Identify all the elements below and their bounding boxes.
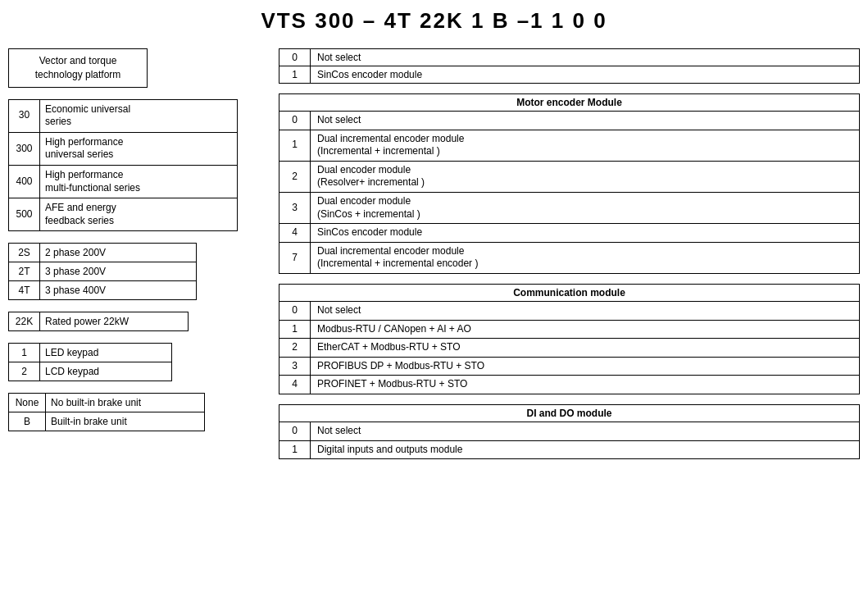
desc-cell: Not select (311, 49, 860, 66)
di-do-table: DI and DO module 0Not select1Digital inp… (279, 404, 860, 459)
code-cell: 3 (279, 357, 311, 376)
di-do-section: DI and DO module 0Not select1Digital inp… (279, 404, 860, 459)
table-row: 4PROFINET + Modbus-RTU + STO (279, 376, 860, 394)
table-row: 2T3 phase 200V (9, 262, 197, 281)
code-cell: 0 (279, 301, 311, 320)
desc-cell: AFE and energyfeedback series (40, 198, 238, 231)
desc-cell: High performancemulti-functional series (40, 165, 238, 198)
desc-cell: Modbus-RTU / CANopen + AI + AO (311, 320, 860, 339)
table-row: 2Dual encoder module(Resolver+ increment… (279, 161, 860, 192)
keypad-section: 1LED keypad2LCD keypad (8, 343, 270, 381)
code-cell: 500 (9, 198, 40, 231)
code-cell: 3 (279, 192, 311, 223)
table-row: 30Economic universalseries (9, 99, 238, 132)
desc-cell: Rated power 22kW (40, 312, 189, 331)
table-row: NoneNo built-in brake unit (9, 394, 205, 412)
code-cell: 30 (9, 99, 40, 132)
table-row: 3PROFIBUS DP + Modbus-RTU + STO (279, 357, 860, 376)
platform-box: Vector and torquetechnology platform (8, 48, 148, 88)
code-cell: 1 (279, 440, 311, 459)
desc-cell: High performanceuniversal series (40, 132, 238, 165)
code-cell: 4 (279, 224, 311, 243)
table-row: 2S2 phase 200V (9, 244, 197, 262)
code-cell: 2 (279, 339, 311, 358)
code-cell: 4T (9, 281, 40, 300)
table-row: 4T3 phase 400V (9, 281, 197, 300)
table-row: 4SinCos encoder module (279, 224, 860, 243)
desc-cell: Dual encoder module(Resolver+ incrementa… (311, 161, 860, 192)
motor-encoder-section: Motor encoder Module 0Not select1Dual in… (279, 93, 860, 274)
code-cell: 300 (9, 132, 40, 165)
table-row: BBuilt-in brake unit (9, 412, 205, 431)
desc-cell: 3 phase 200V (40, 262, 197, 281)
desc-cell: SinCos encoder module (311, 224, 860, 243)
phase-section: 2S2 phase 200V2T3 phase 200V4T3 phase 40… (8, 243, 270, 300)
table-row: 1LED keypad (9, 344, 172, 362)
sincos-table: 0Not select1SinCos encoder module (279, 48, 860, 84)
code-cell: 0 (279, 49, 311, 66)
table-row: 1Dual incremental encoder module(Increme… (279, 130, 860, 161)
desc-cell: LED keypad (40, 344, 172, 362)
code-cell: None (9, 394, 46, 412)
table-row: 0Not select (279, 422, 860, 440)
page-title: VTS 300 – 4T 22K 1 B –1 1 0 0 (8, 8, 860, 34)
code-cell: 400 (9, 165, 40, 198)
table-row: 0Not select (279, 301, 860, 320)
desc-cell: Dual incremental encoder module(Incremen… (311, 130, 860, 161)
desc-cell: Economic universalseries (40, 99, 238, 132)
series-table: 30Economic universalseries300High perfor… (8, 99, 238, 232)
desc-cell: 2 phase 200V (40, 244, 197, 262)
table-row: 22KRated power 22kW (9, 312, 189, 331)
series-section: 30Economic universalseries300High perfor… (8, 99, 270, 232)
desc-cell: Not select (311, 422, 860, 440)
code-cell: 1 (9, 344, 40, 362)
desc-cell: SinCos encoder module (311, 66, 860, 84)
table-row: 1SinCos encoder module (279, 66, 860, 84)
desc-cell: Built-in brake unit (46, 412, 205, 431)
communication-section: Communication module 0Not select1Modbus-… (279, 284, 860, 394)
code-cell: 22K (9, 312, 40, 331)
table-row: 2LCD keypad (9, 362, 172, 381)
code-cell: 0 (279, 112, 311, 130)
table-row: 2EtherCAT + Modbus-RTU + STO (279, 339, 860, 358)
motor-encoder-header: Motor encoder Module (279, 94, 860, 112)
table-row: 500AFE and energyfeedback series (9, 198, 238, 231)
table-row: 7Dual incremental encoder module(Increme… (279, 242, 860, 273)
code-cell: 2T (9, 262, 40, 281)
table-row: 1Modbus-RTU / CANopen + AI + AO (279, 320, 860, 339)
code-cell: 7 (279, 242, 311, 273)
brake-section: NoneNo built-in brake unitBBuilt-in brak… (8, 393, 270, 431)
code-cell: B (9, 412, 46, 431)
code-cell: 1 (279, 66, 311, 84)
code-cell: 2 (279, 161, 311, 192)
desc-cell: LCD keypad (40, 362, 172, 381)
desc-cell: Not select (311, 301, 860, 320)
desc-cell: Not select (311, 112, 860, 130)
sincos-section: 0Not select1SinCos encoder module (279, 48, 860, 84)
code-cell: 2 (9, 362, 40, 381)
table-row: 3Dual encoder module(SinCos + incrementa… (279, 192, 860, 223)
table-row: 0Not select (279, 49, 860, 66)
table-row: 1Digital inputs and outputs module (279, 440, 860, 459)
code-cell: 2S (9, 244, 40, 262)
table-row: 0Not select (279, 112, 860, 130)
right-panel: 0Not select1SinCos encoder module Motor … (270, 48, 860, 469)
code-cell: 1 (279, 130, 311, 161)
desc-cell: No built-in brake unit (46, 394, 205, 412)
code-cell: 4 (279, 376, 311, 394)
code-cell: 0 (279, 422, 311, 440)
di-do-header: DI and DO module (279, 404, 860, 422)
platform-section: Vector and torquetechnology platform (8, 48, 270, 88)
left-panel: Vector and torquetechnology platform 30E… (8, 48, 270, 469)
communication-table: Communication module 0Not select1Modbus-… (279, 284, 860, 394)
platform-text: Vector and torquetechnology platform (35, 55, 121, 80)
motor-encoder-table: Motor encoder Module 0Not select1Dual in… (279, 93, 860, 274)
desc-cell: Dual encoder module(SinCos + incremental… (311, 192, 860, 223)
desc-cell: 3 phase 400V (40, 281, 197, 300)
keypad-table: 1LED keypad2LCD keypad (8, 343, 172, 381)
brake-table: NoneNo built-in brake unitBBuilt-in brak… (8, 393, 205, 431)
table-row: 400High performancemulti-functional seri… (9, 165, 238, 198)
desc-cell: PROFIBUS DP + Modbus-RTU + STO (311, 357, 860, 376)
communication-header: Communication module (279, 284, 860, 301)
power-section: 22KRated power 22kW (8, 312, 270, 331)
